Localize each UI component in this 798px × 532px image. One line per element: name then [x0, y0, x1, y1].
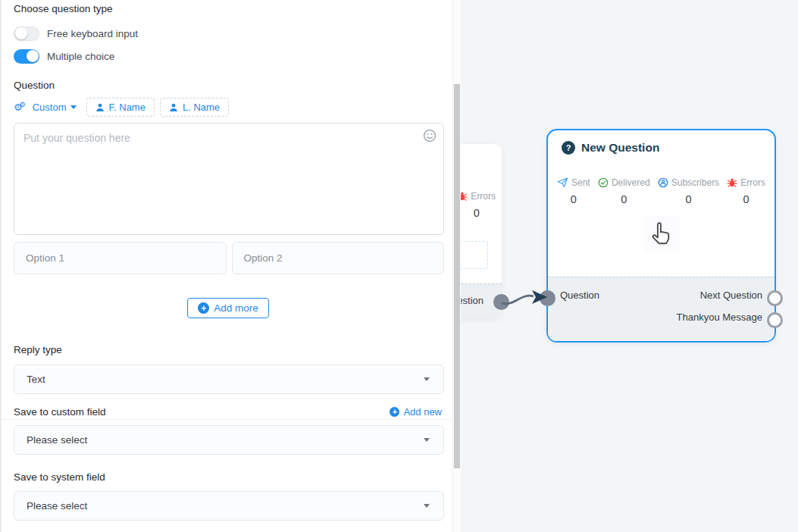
system-field-value: Please select [14, 500, 424, 512]
save-system-field-label: Save to system field [14, 471, 105, 483]
stat-label: Errors [471, 191, 496, 202]
chevron-down-icon [424, 438, 430, 442]
person-icon [169, 103, 178, 112]
multiple-choice-toggle[interactable] [14, 49, 39, 64]
new-question-node[interactable]: ? New Question Sent 0 Delivered 0 [546, 129, 776, 343]
custom-button-label: Custom [33, 102, 67, 113]
check-circle-icon [598, 177, 609, 188]
stat-errors: Errors 0 [727, 177, 765, 205]
add-new-label: Add new [403, 406, 442, 418]
merge-chip-last-name[interactable]: L. Name [160, 98, 229, 117]
multiple-choice-label: Multiple choice [47, 51, 114, 62]
output-handle-next-question[interactable] [767, 290, 783, 306]
chevron-down-icon [424, 377, 430, 381]
input-handle-question[interactable] [540, 290, 555, 306]
save-custom-field-label: Save to custom field [14, 406, 106, 418]
stat-subscribers: Subscribers 0 [658, 177, 719, 205]
panel-scrollbar-track [453, 0, 461, 532]
bug-icon [727, 177, 737, 188]
custom-field-select[interactable]: Please select [14, 425, 444, 455]
free-keyboard-label: Free keyboard input [47, 28, 138, 39]
plus-icon: + [198, 302, 209, 314]
reply-type-select[interactable]: Text [14, 365, 444, 394]
toggle-knob [15, 27, 27, 39]
question-textarea[interactable] [14, 123, 444, 235]
option-2-input[interactable] [232, 242, 445, 274]
person-icon [95, 103, 105, 112]
options-row [14, 242, 444, 274]
toggle-knob [27, 50, 39, 62]
add-more-label: Add more [214, 302, 258, 314]
panel-scrollbar-thumb[interactable] [454, 84, 460, 468]
stat-sent: Sent 0 [557, 177, 590, 205]
paper-plane-icon [557, 177, 568, 188]
output-handle-source[interactable] [493, 294, 509, 310]
stat-value: 0 [621, 193, 627, 205]
system-field-select[interactable]: Please select [14, 491, 444, 521]
question-settings-panel: Choose question type Free keyboard input… [0, 0, 453, 532]
chip-label: L. Name [183, 102, 220, 113]
smiley-icon[interactable] [423, 129, 437, 142]
option-1-input[interactable] [14, 242, 227, 274]
add-new-link[interactable]: + Add new [390, 406, 442, 418]
output-label-next-question: Next Question [700, 289, 762, 301]
stat-value: 0 [571, 193, 577, 205]
output-label: Next Question [461, 295, 483, 306]
free-keyboard-toggle[interactable] [14, 27, 39, 41]
choose-question-type-label: Choose question type [14, 3, 113, 14]
stat-value: 0 [743, 193, 749, 205]
custom-field-value: Please select [14, 434, 424, 446]
stat-delivered: Delivered 0 [598, 177, 650, 205]
chip-label: F. Name [109, 102, 146, 113]
errors-stat: Errors 0 [461, 191, 496, 219]
node-title: New Question [581, 141, 659, 155]
previous-question-node[interactable]: Errors 0 Next Question [461, 144, 502, 318]
stat-label: Errors [740, 177, 765, 188]
chevron-down-icon [70, 105, 77, 109]
node-stats: Sent 0 Delivered 0 Subscribers 0 [548, 177, 775, 205]
chevron-down-icon [424, 504, 430, 508]
node-header: ? New Question [548, 130, 775, 155]
toggle-row-multiple-choice: Multiple choice [14, 49, 114, 64]
question-label: Question [14, 80, 55, 91]
input-label-question: Question [560, 289, 599, 301]
reply-type-value: Text [14, 374, 424, 385]
question-text-area-wrap [14, 123, 444, 235]
subscriber-icon [658, 177, 668, 188]
stat-value: 0 [685, 193, 691, 205]
merge-field-row: ⚙⚙ Custom F. Name L. Name [14, 97, 229, 117]
node-footer: Question Next Question Thankyou Message [548, 277, 775, 341]
bug-icon [461, 191, 468, 202]
merge-chip-first-name[interactable]: F. Name [86, 98, 155, 117]
stat-label: Delivered [612, 177, 650, 188]
hand-pointer-cursor [643, 216, 680, 252]
custom-fields-dropdown[interactable]: ⚙⚙ Custom [14, 102, 77, 113]
quick-reply-placeholder [461, 241, 488, 269]
question-badge-icon: ? [562, 141, 575, 155]
add-more-button[interactable]: + Add more [187, 298, 269, 318]
add-more-wrap: + Add more [2, 298, 455, 318]
output-label-thankyou-message: Thankyou Message [677, 311, 762, 323]
stat-label: Subscribers [671, 177, 719, 188]
section-divider [2, 419, 455, 420]
gears-icon: ⚙⚙ [14, 102, 29, 112]
reply-type-label: Reply type [14, 344, 62, 355]
stat-value: 0 [474, 207, 480, 219]
output-handle-thankyou-message[interactable] [767, 312, 783, 328]
toggle-row-free-keyboard: Free keyboard input [14, 26, 138, 41]
stat-label: Sent [571, 177, 590, 188]
plus-icon: + [390, 407, 399, 417]
flow-canvas[interactable]: Errors 0 Next Question ? New Question Se… [461, 0, 798, 532]
